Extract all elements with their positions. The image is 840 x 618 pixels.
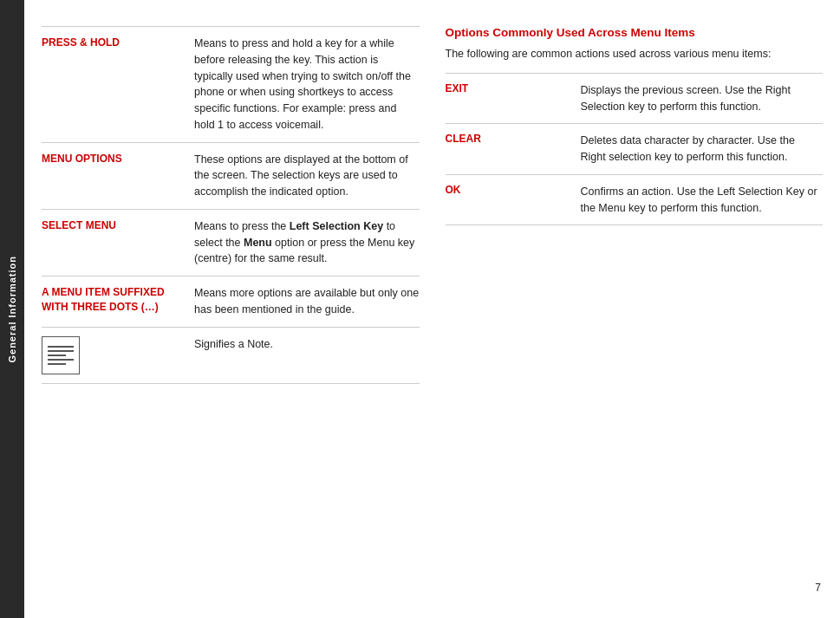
- table-row: PRESS & HOLD Means to press and hold a k…: [42, 27, 420, 143]
- def-note: Signifies a Note.: [194, 336, 420, 374]
- right-row: EXIT Displays the previous screen. Use t…: [446, 74, 824, 125]
- term-select-menu: SELECT MENU: [42, 218, 180, 267]
- term-note: [42, 336, 180, 374]
- right-column: Options Commonly Used Across Menu Items …: [446, 26, 824, 601]
- note-icon-line: [48, 355, 66, 356]
- right-def-exit: Displays the previous screen. Use the Ri…: [581, 82, 824, 115]
- right-def-ok: Confirms an action. Use the Left Selecti…: [581, 184, 824, 217]
- term-menu-suffix: A MENU ITEM SUFFIXED WITH THREE DOTS (…): [42, 285, 180, 318]
- right-row: CLEAR Deletes data character by characte…: [446, 124, 824, 175]
- right-term-exit: EXIT: [446, 82, 567, 115]
- def-menu-options: These options are displayed at the botto…: [194, 152, 420, 200]
- def-press-hold: Means to press and hold a key for a whil…: [194, 36, 420, 133]
- table-row: SELECT MENU Means to press the Left Sele…: [42, 210, 420, 276]
- section-heading: Options Commonly Used Across Menu Items: [446, 26, 824, 39]
- section-intro: The following are common actions used ac…: [446, 46, 824, 62]
- right-row: OK Confirms an action. Use the Left Sele…: [446, 175, 824, 226]
- sidebar-label: General Information: [7, 256, 17, 363]
- main-content: PRESS & HOLD Means to press and hold a k…: [24, 0, 840, 618]
- table-row-note: Signifies a Note.: [42, 328, 420, 384]
- note-icon-line: [48, 350, 74, 352]
- note-icon-line: [48, 359, 74, 361]
- term-press-hold: PRESS & HOLD: [42, 36, 180, 133]
- note-icon-line: [48, 346, 74, 348]
- table-row: A MENU ITEM SUFFIXED WITH THREE DOTS (…)…: [42, 276, 420, 328]
- note-icon-line: [48, 363, 66, 365]
- page-number: 7: [815, 582, 821, 594]
- sidebar: General Information: [0, 0, 24, 618]
- table-row: MENU OPTIONS These options are displayed…: [42, 143, 420, 210]
- right-table: EXIT Displays the previous screen. Use t…: [446, 73, 824, 226]
- def-menu-suffix: Means more options are available but onl…: [194, 285, 420, 318]
- right-term-ok: OK: [446, 184, 567, 217]
- term-menu-options: MENU OPTIONS: [42, 152, 180, 200]
- note-icon: [42, 336, 80, 374]
- right-term-clear: CLEAR: [446, 133, 567, 166]
- def-select-menu: Means to press the Left Selection Key to…: [194, 218, 420, 267]
- left-column: PRESS & HOLD Means to press and hold a k…: [42, 26, 420, 601]
- right-def-clear: Deletes data character by character. Use…: [581, 133, 824, 166]
